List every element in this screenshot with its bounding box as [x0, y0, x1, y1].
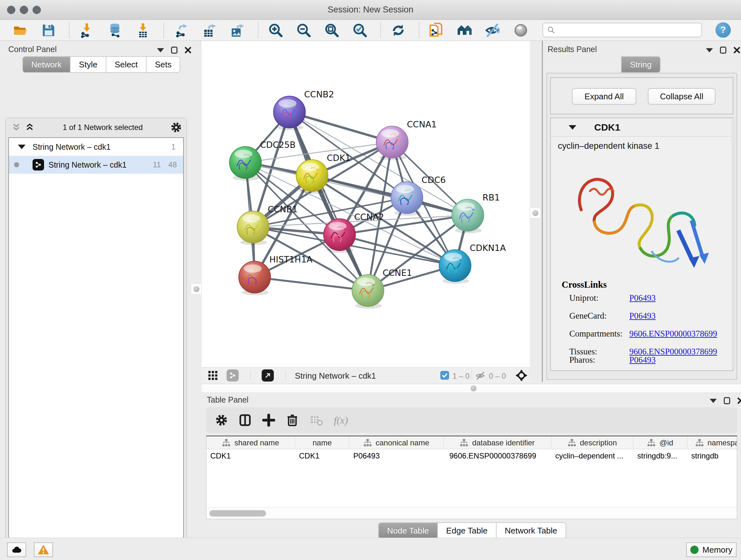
column-header-namespace[interactable]: namespace	[687, 436, 737, 449]
collapse-all-icon[interactable]	[11, 122, 22, 133]
crosslink-link[interactable]: P06493	[629, 311, 656, 321]
gear-icon[interactable]	[171, 122, 182, 133]
crosslink-link[interactable]: 9606.ENSP00000378699	[629, 329, 717, 339]
horizontal-splitter[interactable]	[202, 384, 741, 393]
zoom-fit-icon[interactable]	[324, 23, 340, 38]
cell-namespace[interactable]: stringdb	[687, 449, 737, 462]
cell-database-identifier[interactable]: 9606.ENSP00000378699	[444, 449, 551, 462]
results-scrollbar[interactable]	[731, 118, 735, 367]
add-column-icon[interactable]	[262, 414, 275, 427]
export-network-icon[interactable]	[174, 23, 189, 38]
gear-icon[interactable]	[215, 414, 228, 427]
network-node-CDC6[interactable]: CDC6	[391, 175, 446, 216]
tab-network[interactable]: Network	[22, 56, 71, 73]
open-session-icon[interactable]	[13, 23, 28, 38]
apply-preferred-layout-icon[interactable]	[391, 23, 406, 38]
column-header-id[interactable]: @id	[633, 436, 687, 449]
grid-view-icon[interactable]	[207, 370, 218, 381]
tab-select[interactable]: Select	[106, 56, 146, 73]
table-row[interactable]: CDK1 CDK1 P06493 9606.ENSP00000378699 cy…	[206, 449, 737, 462]
network-node-CCNA1[interactable]: CCNA1	[376, 119, 437, 160]
birds-eye-view-icon[interactable]	[515, 369, 528, 382]
maximize-panel-icon[interactable]	[724, 397, 730, 404]
tab-node-table[interactable]: Node Table	[378, 522, 438, 539]
float-panel-icon[interactable]	[710, 399, 717, 403]
section-expander-icon[interactable]	[569, 125, 576, 130]
detach-view-icon[interactable]	[262, 369, 274, 381]
crosslink-link[interactable]: P06493	[629, 355, 656, 365]
memory-button[interactable]: Memory	[686, 543, 737, 557]
edge-CCNA2-CDKN1A[interactable]	[340, 235, 455, 266]
close-panel-icon[interactable]	[737, 397, 741, 404]
column-header-description[interactable]: description	[551, 436, 633, 449]
zoom-in-icon[interactable]	[268, 23, 283, 38]
cloud-status-button[interactable]	[7, 543, 26, 557]
import-network-from-file-icon[interactable]	[79, 23, 94, 38]
column-header-canonical-name[interactable]: canonical name	[349, 436, 444, 449]
network-node-RB1[interactable]: RB1	[452, 192, 500, 233]
search-input[interactable]	[542, 23, 702, 37]
table-horizontal-scrollbar[interactable]	[207, 507, 737, 519]
protein-description: cyclin–dependent kinase 1	[558, 141, 659, 151]
title-bar: Session: New Session	[0, 0, 741, 20]
column-header-name[interactable]: name	[295, 436, 349, 449]
network-view-icon-disabled[interactable]	[226, 369, 239, 381]
save-session-icon[interactable]	[41, 23, 56, 38]
help-button[interactable]: ?	[716, 22, 731, 38]
crosslink-link[interactable]: P06493	[629, 293, 656, 303]
cdk1-section-header[interactable]: CDK1	[551, 118, 733, 137]
results-panel-title: Results Panel	[548, 45, 597, 54]
close-panel-icon[interactable]	[185, 47, 192, 54]
delete-column-icon[interactable]	[286, 414, 299, 427]
cell-id[interactable]: stringdb:9...	[633, 449, 687, 462]
cell-canonical-name[interactable]: P06493	[349, 449, 444, 462]
tab-string[interactable]: String	[621, 56, 661, 73]
network-node-CCNB2[interactable]: CCNB2	[273, 89, 334, 130]
warnings-button[interactable]	[34, 543, 53, 557]
network-node-HIST1H1A[interactable]: HIST1H1A	[239, 254, 313, 295]
float-panel-icon[interactable]	[706, 48, 713, 52]
column-header-database-identifier[interactable]: database identifier	[444, 436, 551, 449]
first-neighbors-icon[interactable]	[457, 23, 472, 38]
scrollbar-thumb[interactable]	[209, 510, 266, 516]
left-splitter-handle[interactable]	[191, 284, 202, 294]
network-collection-row[interactable]: String Network – cdk1 1	[9, 138, 183, 156]
collapse-all-button[interactable]: Collapse All	[648, 88, 716, 105]
import-table-from-file-icon[interactable]	[135, 23, 151, 38]
tab-style[interactable]: Style	[71, 56, 106, 73]
network-row-selected[interactable]: String Network – cdk1 11 48	[9, 156, 183, 174]
collection-expander-icon[interactable]	[18, 145, 25, 149]
horizontal-splitter-handle[interactable]	[470, 385, 476, 391]
float-panel-icon[interactable]	[157, 48, 164, 52]
close-panel-icon[interactable]	[733, 47, 740, 54]
selected-nodes-checkbox[interactable]	[441, 371, 449, 380]
tab-edge-table[interactable]: Edge Table	[438, 522, 496, 539]
column-header-shared-name[interactable]: shared name	[206, 436, 295, 449]
show-all-icon[interactable]	[513, 23, 529, 38]
maximize-panel-icon[interactable]	[720, 47, 726, 54]
right-splitter-handle[interactable]	[530, 207, 541, 219]
import-network-from-database-icon[interactable]	[107, 23, 123, 38]
export-table-icon[interactable]	[202, 23, 217, 38]
cell-shared-name[interactable]: CDK1	[206, 449, 295, 462]
edge-HIST1H1A-CCNE1[interactable]	[255, 277, 368, 291]
show-columns-icon[interactable]	[239, 414, 252, 427]
control-panel-title: Control Panel	[8, 45, 57, 54]
expand-all-button[interactable]: Expand All	[572, 88, 636, 105]
tab-sets[interactable]: Sets	[146, 56, 180, 73]
expand-all-icon[interactable]	[24, 122, 35, 133]
zoom-out-icon[interactable]	[296, 23, 312, 38]
tab-network-table[interactable]: Network Table	[496, 522, 566, 539]
cell-description[interactable]: cyclin–dependent ...	[551, 449, 633, 462]
export-image-icon[interactable]	[230, 23, 245, 38]
new-network-from-selection-icon[interactable]	[429, 23, 444, 38]
network-canvas[interactable]: CCNB2CCNA1CDC25BCDK1CDC6RB1CCNB1CCNA2CDK…	[202, 41, 530, 367]
cell-name[interactable]: CDK1	[295, 449, 349, 462]
zoom-selected-icon[interactable]	[352, 23, 367, 38]
maximize-panel-icon[interactable]	[171, 47, 178, 54]
hidden-eye-icon[interactable]	[475, 371, 486, 381]
shared-column-icon	[222, 439, 230, 447]
network-node-CDKN1A[interactable]: CDKN1A	[439, 243, 506, 284]
network-graph[interactable]: CCNB2CCNA1CDC25BCDK1CDC6RB1CCNB1CCNA2CDK…	[202, 41, 530, 367]
hide-selection-icon[interactable]	[485, 23, 500, 38]
